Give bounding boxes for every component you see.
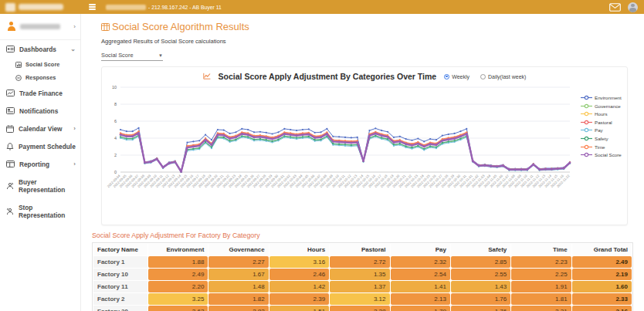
column-header: Time (511, 244, 571, 255)
score-cell: 2.25 (511, 269, 571, 280)
score-cell: 1.37 (330, 281, 389, 292)
score-cell: 1.41 (391, 281, 450, 292)
score-cell: 2.20 (148, 281, 208, 292)
sidebar-item-label: Buyer Representation (19, 178, 76, 194)
radio-dot-icon (444, 74, 449, 79)
score-cell: 1.76 (451, 306, 510, 311)
table-title: Social Score Apply Adjustment For Factor… (92, 232, 644, 239)
chevron-right-icon: › (73, 23, 76, 30)
score-cell: 3.25 (148, 293, 208, 305)
chart-title: Social Score Apply Adjustment By Categor… (219, 72, 437, 81)
column-header: Hours (269, 244, 329, 255)
table-row: Factory 102.491.672.461.352.542.552.252.… (93, 269, 632, 280)
table-row: Factory 112.201.481.421.371.411.431.911.… (93, 281, 632, 292)
legend-item-pastoral[interactable]: Pastoral (581, 120, 627, 125)
table-row: Factory 11.882.273.162.722.322.852.232.4… (93, 256, 632, 268)
sidebar-item-label: Trade Finance (19, 90, 63, 97)
session-info: - 212.98.167.242 - AB Buyer 11 (106, 5, 222, 10)
score-cell: 2.28 (330, 306, 389, 311)
sidebar-item-trade-finance[interactable]: Trade Finance (0, 84, 80, 102)
score-cell: 2.82 (208, 306, 268, 311)
sidebar-item-stop-representation[interactable]: Stop Representation (0, 198, 80, 224)
trade-finance-icon (6, 90, 15, 96)
legend-marker-icon (581, 152, 592, 157)
score-cell: 2.55 (451, 269, 510, 280)
sidebar-item-label: Payment Schedule (19, 143, 76, 150)
score-cell: 1.67 (208, 269, 268, 280)
user-avatar[interactable] (628, 2, 638, 12)
sidebar-item-dashboards[interactable]: Dashboards ⌄ (0, 40, 80, 58)
column-header: Grand Total (572, 244, 632, 255)
sidebar-item-buyer-representation[interactable]: Buyer Representation (0, 173, 80, 198)
sidebar-item-calendar-view[interactable]: Calendar View › (0, 120, 80, 137)
score-type-select[interactable]: Social Score ▼ (101, 52, 163, 61)
sidebar-item-notifications[interactable]: Notifications (0, 102, 80, 120)
score-cell: 3.12 (330, 293, 389, 305)
app-logo[interactable] (0, 0, 81, 14)
score-cell: 2.54 (391, 269, 450, 280)
radio-weekly[interactable]: Weekly (444, 74, 469, 79)
grand-total-cell: 2.33 (572, 293, 632, 305)
line-chart-icon (203, 73, 211, 81)
column-header: Factory Name (93, 244, 147, 255)
legend-item-safety[interactable]: Safety (581, 136, 627, 141)
table-row: Factory 23.251.822.393.122.131.761.812.3… (93, 293, 632, 305)
sidebar-item-label: Reporting (19, 161, 49, 168)
legend-item-social-score[interactable]: Social Score (581, 152, 627, 157)
user-email-blurred (106, 5, 146, 10)
score-cell: 2.13 (391, 293, 450, 305)
legend-item-environment[interactable]: Environment (581, 95, 627, 100)
score-cell: 2.49 (148, 269, 208, 280)
svg-text:10: 10 (112, 85, 117, 90)
score-type-select-value: Social Score (101, 52, 134, 59)
svg-text:4: 4 (114, 136, 117, 140)
score-cell: 1.76 (451, 293, 510, 305)
score-cell: 2.23 (511, 256, 571, 268)
score-cell: 1.91 (511, 281, 571, 292)
calendar-icon (6, 125, 14, 133)
legend-item-hours[interactable]: Hours (581, 111, 627, 117)
dashboards-icon (6, 46, 15, 52)
page-subtitle: Aggregated Results of Social Score calcu… (101, 38, 644, 45)
user-icon (6, 22, 16, 32)
radio-daily-last-week-[interactable]: Daily(last week) (480, 74, 526, 79)
sidebar-subitem-label: Social Score (25, 61, 59, 68)
score-cell: 2.46 (269, 269, 329, 280)
table-grid-icon (101, 23, 110, 31)
sidebar-item-label: Stop Representation (19, 204, 76, 219)
factory-name-cell: Factory 10 (93, 269, 147, 280)
score-cell: 2.63 (148, 306, 208, 311)
chart-interval-radios: WeeklyDaily(last week) (444, 74, 526, 79)
score-cell: 3.16 (269, 256, 329, 268)
column-header: Safety (451, 244, 510, 255)
sidebar-subitem-social-score[interactable]: Social Score (0, 58, 80, 71)
column-header: Pastoral (330, 244, 389, 255)
mail-icon[interactable] (609, 3, 621, 12)
column-header: Pay (391, 244, 450, 255)
grand-total-cell: 2.19 (572, 269, 632, 280)
legend-item-governance[interactable]: Governance (581, 103, 627, 109)
chevron-right-icon: › (73, 125, 76, 132)
legend-item-pay[interactable]: Pay (581, 127, 627, 133)
table-header-row: Factory NameEnvironmentGovernanceHoursPa… (93, 244, 632, 255)
score-cell: 1.79 (391, 306, 450, 311)
table-row: Factory 202.632.821.512.281.791.762.312.… (93, 306, 632, 311)
sidebar-item-payment-schedule[interactable]: Payment Schedule (0, 137, 80, 155)
factory-name-cell: Factory 1 (93, 256, 147, 268)
score-cell: 1.48 (208, 281, 268, 292)
score-cell: 2.72 (330, 256, 389, 268)
main-content: Social Score Algorithm Results Aggregate… (82, 14, 644, 311)
sidebar-subitem-responses[interactable]: Responses (0, 71, 80, 84)
legend-item-time[interactable]: Time (581, 144, 627, 150)
reporting-icon (6, 161, 15, 167)
svg-text:0: 0 (114, 170, 117, 174)
legend-marker-icon (581, 95, 592, 100)
sidebar-user[interactable]: › (0, 14, 80, 40)
chart-card: Social Score Apply Adjustment By Categor… (101, 66, 628, 225)
sidebar: › Dashboards ⌄ Social Score Responses (0, 14, 81, 311)
legend-marker-icon (581, 120, 592, 125)
legend-marker-icon (581, 144, 592, 150)
hamburger-menu-icon[interactable] (89, 2, 100, 12)
stop-representation-icon (6, 208, 14, 215)
sidebar-item-reporting[interactable]: Reporting › (0, 155, 80, 173)
